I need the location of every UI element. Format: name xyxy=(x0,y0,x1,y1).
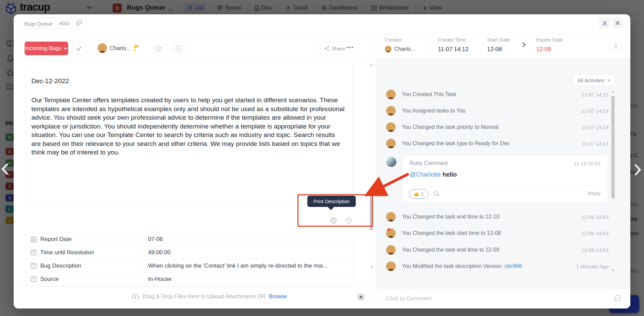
activity-row: You Changed the task end time to 12-10 1… xyxy=(386,212,625,222)
cube-icon xyxy=(156,45,162,52)
start-date-label: Start Date xyxy=(487,37,510,43)
comment-bubble-icon[interactable] xyxy=(614,295,621,303)
annotation-arrow xyxy=(357,170,412,199)
comment-author: Ruby Comment xyxy=(410,160,448,166)
person-add-icon xyxy=(613,44,619,50)
field-value[interactable]: 49:00:00 xyxy=(148,249,171,256)
activity-avatar xyxy=(386,212,396,222)
activity-text: You Changed the task priority to Normal xyxy=(402,124,498,130)
scroll-up-icon[interactable]: ▲ xyxy=(611,90,615,93)
activity-avatar xyxy=(386,261,396,271)
table-row[interactable]: Source In-House xyxy=(26,273,353,286)
calendar-field-icon xyxy=(31,236,36,244)
attachments-text: Drag & Drop Files Here to Upload Attachm… xyxy=(143,294,265,300)
scroll-up-icon[interactable]: ▲ xyxy=(370,63,373,66)
field-separator xyxy=(482,39,483,52)
comment-body: @Charlotte hello xyxy=(410,171,457,178)
task-detail-modal: Bugs Queue #002 Incoming Bugs Charlo... xyxy=(14,14,630,309)
commenter-avatar xyxy=(386,157,396,167)
table-row[interactable]: Report Date 07-06 xyxy=(26,233,353,246)
comment-card: Ruby Comment 11-15 10:01 @Charlotte hell… xyxy=(402,155,608,202)
create-time-label: Create Time xyxy=(438,37,466,43)
text-field-icon xyxy=(31,263,36,270)
activity-time: 11-07 14:19 xyxy=(582,108,609,114)
carousel-next-icon[interactable] xyxy=(634,164,642,177)
scrollbar-thumb[interactable] xyxy=(611,96,615,198)
field-separator xyxy=(432,39,432,52)
mention-link[interactable]: @Charlotte xyxy=(410,171,441,178)
field-label: Source xyxy=(40,276,59,283)
activity-time: 11-07 14:19 xyxy=(582,124,609,130)
activity-avatar xyxy=(386,245,396,255)
table-row[interactable]: Time until Resolution 49:00:00 xyxy=(26,246,353,259)
scroll-down-icon[interactable]: ▼ xyxy=(370,266,373,269)
priority-flag-icon[interactable] xyxy=(134,44,140,53)
copy-link-icon[interactable] xyxy=(76,20,82,27)
share-label: Share xyxy=(332,46,345,51)
custom-fields-table: Report Date 07-06 Time until Resolution … xyxy=(26,232,353,286)
task-id-badge: #002 xyxy=(56,20,73,27)
comment-placeholder: Click to Comment xyxy=(386,295,431,302)
field-value[interactable]: In-House xyxy=(148,276,172,283)
add-reaction-icon[interactable] xyxy=(434,191,440,198)
activity-avatar xyxy=(386,122,396,132)
activity-time: 11-07 14:19 xyxy=(582,141,609,147)
task-type-cube-button[interactable] xyxy=(152,42,165,55)
field-label: Report Date xyxy=(40,236,72,243)
version-link[interactable]: cbc966 xyxy=(504,263,522,269)
creator-avatar xyxy=(385,46,392,52)
activity-row: You Created This Task 11-07 14:12 xyxy=(386,89,625,100)
comment-text: hello xyxy=(441,171,457,178)
complete-task-button[interactable] xyxy=(72,42,86,55)
focus-target-icon[interactable] xyxy=(357,294,364,302)
activity-filter-dropdown[interactable]: All Activities xyxy=(573,74,615,86)
description-body: Our Template Center offers templates cre… xyxy=(31,96,345,157)
reply-button[interactable]: Reply xyxy=(588,190,601,196)
creator-value[interactable]: Charlo... xyxy=(385,46,415,52)
activity-time: 1 Minutes Ago xyxy=(576,264,609,269)
breadcrumb-list-name[interactable]: Bugs Queue xyxy=(24,21,53,27)
column-divider xyxy=(141,259,141,273)
like-count: 1 xyxy=(421,191,424,197)
activity-avatar xyxy=(386,139,396,148)
description-scrollbar[interactable]: ▲ ▼ xyxy=(370,63,373,269)
status-dropdown-button[interactable]: Incoming Bugs xyxy=(25,42,68,55)
export-download-button[interactable] xyxy=(599,17,610,28)
follower-add-button[interactable] xyxy=(609,40,622,53)
activity-scrollbar[interactable]: ▲ ▼ xyxy=(611,90,615,272)
description-editor[interactable]: Dec-12-2022 Our Template Center offers t… xyxy=(26,61,353,204)
activity-text: You Changed the task type to Ready for D… xyxy=(402,140,510,147)
carousel-prev-icon[interactable] xyxy=(1,163,9,177)
activity-time: 12-09 14:53 xyxy=(581,230,609,236)
more-actions-button[interactable]: ••• xyxy=(347,44,354,50)
start-date-value[interactable]: 12-08 xyxy=(487,46,502,53)
activity-time: 12-09 14:53 xyxy=(581,247,609,253)
expire-date-value[interactable]: 12-09 xyxy=(536,46,551,53)
activity-text: You Modified the task description Versio… xyxy=(402,263,522,269)
screen: tracup B Bugs Queue List Board Doc G xyxy=(0,0,644,316)
attachments-dropzone[interactable]: Drag & Drop Files Here to Upload Attachm… xyxy=(14,286,376,309)
activity-avatar xyxy=(386,90,396,99)
chevron-down-icon xyxy=(64,47,68,50)
version-circle-button[interactable] xyxy=(172,42,185,55)
check-icon xyxy=(76,46,82,51)
field-value[interactable]: When clicking on the 'Contact' link I am… xyxy=(148,262,328,269)
close-button[interactable] xyxy=(612,17,623,28)
assignee-name[interactable]: Charlo... xyxy=(110,45,130,51)
activity-avatar xyxy=(386,106,396,116)
browse-link[interactable]: Browse xyxy=(269,294,287,300)
date-range-chevron-icon xyxy=(522,42,526,49)
print-description-tooltip: Print Description xyxy=(307,196,356,207)
column-divider xyxy=(141,233,141,246)
field-value[interactable]: 07-06 xyxy=(148,236,163,243)
activity-row: You Changed the task type to Ready for D… xyxy=(386,138,625,149)
scroll-down-icon[interactable]: ▼ xyxy=(611,269,615,272)
comment-time: 11-15 10:01 xyxy=(574,161,601,166)
text-field-icon xyxy=(31,276,36,283)
comment-input[interactable]: Click to Comment xyxy=(376,289,630,309)
table-row[interactable]: Bug Description When clicking on the 'Co… xyxy=(26,259,353,273)
activity-text: You Changed the task end time to 12-09 xyxy=(402,247,499,253)
assignee-avatar[interactable] xyxy=(98,43,107,53)
activity-text: You Changed the task start time to 12-08 xyxy=(402,230,501,236)
share-button[interactable]: Share xyxy=(320,42,350,55)
